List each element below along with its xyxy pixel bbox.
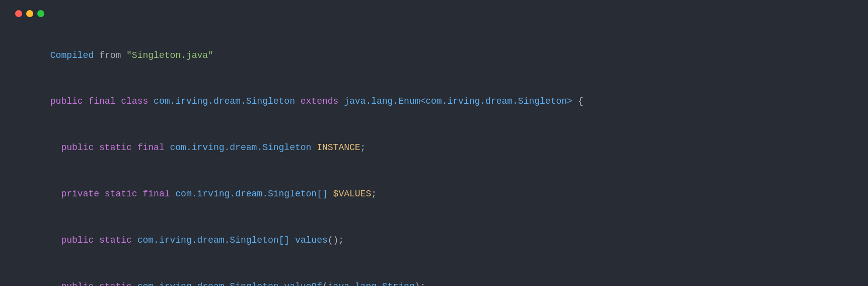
type-singleton-arr2: com.irving.dream.Singleton[] [137,235,290,245]
type-singleton-arr: com.irving.dream.Singleton[] [175,189,327,199]
keyword-final2: final [137,142,165,153]
keyword-public2: public [61,142,94,153]
window: Compiled from "Singleton.java" public fi… [0,0,868,286]
maximize-button[interactable] [37,10,44,17]
compiled-keyword: Compiled [50,50,94,60]
keyword-static4: static [99,281,132,287]
keyword-public: public [50,96,83,106]
keyword-static: static [99,142,132,153]
keyword-static2: static [105,189,137,199]
code-line-3: private static final com.irving.dream.Si… [18,171,853,217]
method-valueof: valueOf [284,281,322,287]
open-brace: { [572,96,584,106]
field-instance: INSTANCE [317,142,360,153]
code-line-4: public static com.irving.dream.Singleton… [18,217,853,263]
filename-string: "Singleton.java" [126,50,213,60]
field-values: $VALUES [333,189,372,199]
type-singleton3: com.irving.dream.Singleton [137,281,279,287]
param-string: java.lang.String [328,281,415,287]
keyword-extends: extends [301,96,339,106]
code-line-2: public static final com.irving.dream.Sin… [18,125,853,171]
close-button[interactable] [15,10,22,17]
code-area: Compiled from "Singleton.java" public fi… [15,32,853,286]
keyword-static3: static [99,235,132,245]
method-values: values [295,235,328,245]
keyword-final3: final [142,189,170,199]
keyword-private: private [61,189,99,199]
keyword-public4: public [61,281,94,287]
title-bar [15,10,853,17]
code-line-compiled: Compiled from "Singleton.java" [18,32,853,79]
superclass-enum: java.lang.Enum<com.irving.dream.Singleto… [344,96,572,106]
keyword-public3: public [61,235,94,245]
type-singleton: com.irving.dream.Singleton [170,142,312,153]
classname-singleton: com.irving.dream.Singleton [154,96,295,106]
code-line-1: public final class com.irving.dream.Sing… [18,79,853,125]
keyword-class: class [121,96,148,106]
code-line-5: public static com.irving.dream.Singleton… [18,263,853,286]
minimize-button[interactable] [26,10,33,17]
keyword-final: final [88,96,115,106]
